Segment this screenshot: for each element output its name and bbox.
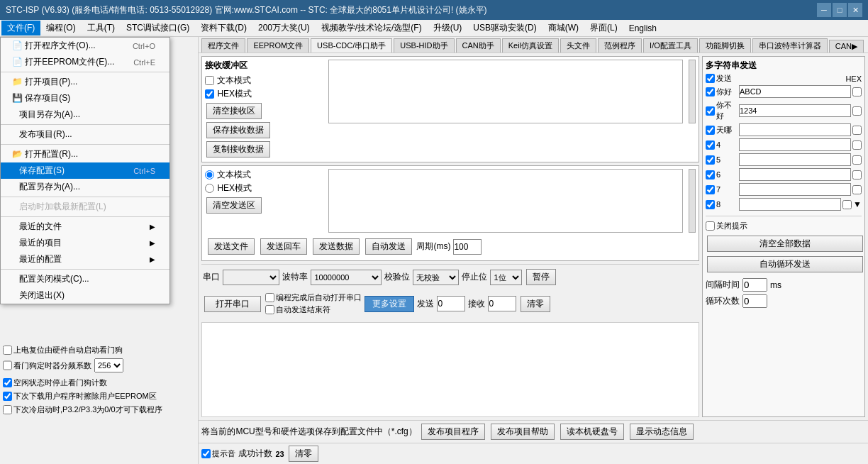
pause-button[interactable]: 暂停 [526,269,556,285]
watchdog-auto-checkbox[interactable]: 上电复位由硬件自动启动看门狗 [3,345,195,355]
multi-row2-checkbox[interactable] [706,106,715,116]
multi-send-all-checkbox[interactable] [706,74,715,83]
clear-success-button[interactable]: 清零 [289,446,318,462]
multi-row1-checkbox[interactable] [706,87,715,96]
send-file-button[interactable]: 发送文件 [208,238,255,255]
sound-checkbox[interactable]: 提示音 [201,448,235,459]
menu-english[interactable]: English [623,22,662,35]
receive-text-mode-checkbox[interactable] [205,76,214,85]
multi-row3-checkbox[interactable] [706,126,715,135]
interval-input[interactable] [742,278,767,292]
close-button[interactable]: ✕ [848,3,862,17]
tab-program-file[interactable]: 程序文件 [201,38,245,53]
menu-recent-configs[interactable]: 最近的配置 ▶ [1,251,169,267]
send-data-button[interactable]: 发送数据 [313,238,360,255]
menu-shop[interactable]: 商城(W) [542,21,584,35]
menu-download[interactable]: 资料下载(D) [195,21,252,35]
menu-saveas-project[interactable]: 项目另存为(A)... [1,106,169,123]
clear-all-button[interactable]: 清空全部数据 [707,236,863,252]
multi-row6-checkbox[interactable] [706,170,715,179]
multi-row4-hex[interactable] [852,140,862,150]
menu-stc-debug[interactable]: STC调试接口(G) [121,21,195,35]
publish-help-button[interactable]: 发布项目帮助 [491,424,555,440]
menu-save-config[interactable]: 保存配置(S) Ctrl+S [1,162,169,179]
minimize-button[interactable]: ─ [817,3,831,17]
multi-row5-input[interactable] [739,153,851,166]
multi-row3-hex[interactable] [852,126,862,135]
watchdog-divider-select[interactable]: 256 [94,358,123,372]
tab-can-more[interactable]: CAN▶ [829,40,864,53]
open-port-button[interactable]: 打开串口 [204,296,261,312]
send-scrollbar[interactable] [689,169,696,233]
send-return-button[interactable]: 发送回车 [260,238,307,255]
tab-io-config[interactable]: I/O配置工具 [643,38,698,53]
multi-row8-input[interactable] [739,198,841,211]
multi-row1-input[interactable] [739,85,851,98]
menu-recent-projects[interactable]: 最近的项目 ▶ [1,235,169,251]
baud-select[interactable]: 10000000 [311,270,382,285]
menu-interface[interactable]: 界面(L) [584,21,623,35]
tab-header[interactable]: 头文件 [560,38,596,53]
menu-close-mode[interactable]: 配置关闭模式(C)... [1,271,169,287]
menu-publish-project[interactable]: 发布项目(R)... [1,126,169,143]
menu-open-config[interactable]: 📂 打开配置(R)... [1,146,169,162]
receive-textarea[interactable] [328,60,683,123]
menu-save-project[interactable]: 💾 保存项目(S) [1,90,169,106]
menu-exit[interactable]: 关闭退出(X) [1,287,169,304]
receive-hex-mode-checkbox[interactable] [205,89,214,99]
tab-keil[interactable]: Keil仿真设置 [502,38,559,53]
multi-row1-hex[interactable] [852,87,862,96]
clear-send-button[interactable]: 清空发送区 [206,197,262,214]
multi-row2-input[interactable] [739,104,851,117]
copy-receive-button[interactable]: 复制接收数据 [206,141,270,158]
multi-row2-hex[interactable] [852,106,862,116]
multi-row5-checkbox[interactable] [706,155,715,165]
tab-pin-switch[interactable]: 功能脚切换 [699,38,751,53]
tab-baud-calc[interactable]: 串口波特率计算器 [752,38,828,53]
show-dynamic-button[interactable]: 显示动态信息 [630,424,694,440]
multi-row6-input[interactable] [739,168,851,181]
send-hex-mode-radio[interactable] [205,184,214,193]
maximize-button[interactable]: □ [833,3,847,17]
menu-prize[interactable]: 200万大奖(U) [252,21,316,35]
menu-saveas-config[interactable]: 配置另存为(A)... [1,179,169,195]
multi-row8-hex[interactable] [842,200,852,209]
tab-can[interactable]: CAN助手 [456,38,501,53]
multi-row5-hex[interactable] [852,155,862,165]
menu-file[interactable]: 文件(F) [1,21,40,35]
menu-upgrade[interactable]: 升级(U) [428,21,468,35]
tab-usb-hid[interactable]: USB-HID助手 [394,38,454,53]
more-settings-button[interactable]: 更多设置 [365,296,414,312]
parity-select[interactable]: 无校验 [413,270,459,285]
multi-row4-checkbox[interactable] [706,140,715,150]
close-prompt-checkbox[interactable]: 关闭提示 [706,221,862,231]
auto-end-char-checkbox[interactable]: 自动发送结束符 [265,304,362,315]
tab-eeprom-file[interactable]: EEPROM文件 [247,38,309,53]
watchdog-idle-checkbox[interactable]: 空闲状态时停止看门狗计数 [3,377,195,388]
clear-receive-button[interactable]: 清空接收区 [206,103,262,119]
port-select[interactable] [223,270,279,285]
auto-send-button[interactable]: 自动发送 [365,238,412,255]
menu-program[interactable]: 编程(O) [40,21,81,35]
multi-row3-input[interactable] [739,123,851,136]
clear-count-button[interactable]: 清零 [521,296,550,312]
menu-open-project[interactable]: 📁 打开项目(P)... [1,74,169,90]
multi-row8-checkbox[interactable] [706,200,715,209]
menu-open-program[interactable]: 📄 打开程序文件(O)... Ctrl+O [1,38,169,54]
stopbit-select[interactable]: 1位 [490,270,522,285]
multi-row7-hex[interactable] [852,185,862,194]
receive-scrollbar[interactable] [689,60,696,123]
send-textarea[interactable] [328,169,683,233]
multi-row4-input[interactable] [739,138,851,151]
menu-video[interactable]: 视频教学/技术论坛/选型(F) [316,21,428,35]
multi-row6-hex[interactable] [852,170,862,179]
publish-program-button[interactable]: 发布项目程序 [421,424,485,440]
auto-loop-button[interactable]: 自动循环发送 [707,256,863,272]
period-input[interactable] [453,239,482,255]
read-hdd-button[interactable]: 读本机硬盘号 [560,424,624,440]
auto-open-checkbox[interactable]: 编程完成后自动打开串口 [265,292,362,303]
multi-row7-checkbox[interactable] [706,185,715,194]
save-receive-button[interactable]: 保存接收数据 [206,122,270,138]
tab-usb-cdc[interactable]: USB-CDC/串口助手 [311,38,392,53]
send-text-mode-radio[interactable] [205,170,214,179]
